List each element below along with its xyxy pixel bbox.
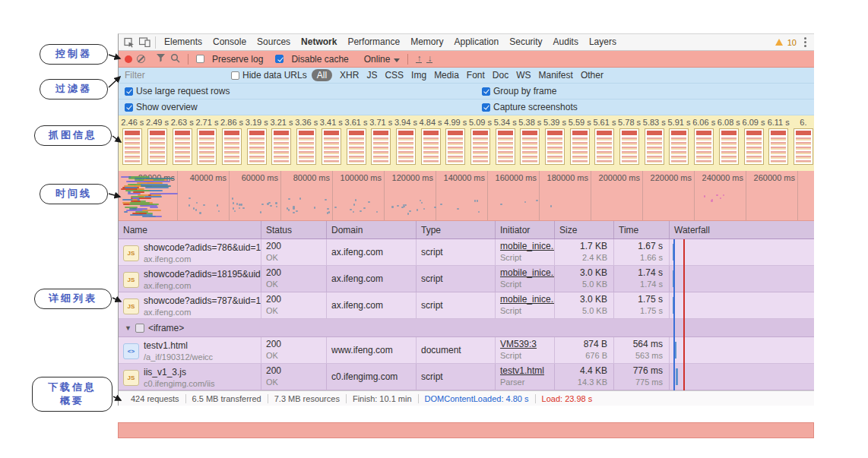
size-resource: 5.0 KB <box>559 305 607 316</box>
filmstrip-frame[interactable]: 3.41 s <box>319 117 344 171</box>
filmstrip-frame[interactable]: 5.39 s <box>543 117 568 171</box>
hide-data-urls-checkbox[interactable] <box>231 71 239 80</box>
use-large-request-rows-checkbox[interactable] <box>125 87 133 96</box>
hide-data-urls-label[interactable]: Hide data URLs <box>242 70 307 81</box>
capture-screenshots-checkbox[interactable] <box>482 103 490 112</box>
throttling-select[interactable]: Online <box>364 54 401 65</box>
overview-timeline[interactable]: 20000 ms40000 ms60000 ms80000 ms100000 m… <box>119 171 814 221</box>
table-row[interactable]: JSshowcode?adids=786&uid=1565...ax.ifeng… <box>119 239 814 266</box>
filmstrip-frame[interactable]: 4.99 s <box>443 117 468 171</box>
filmstrip-frame[interactable]: 6.06 s <box>692 117 717 171</box>
inspect-element-icon[interactable] <box>122 35 137 50</box>
initiator-link[interactable]: VM539:3 <box>500 339 554 350</box>
filter-pill-media[interactable]: Media <box>434 70 459 81</box>
filmstrip-frame[interactable]: 2.46 s <box>120 117 145 171</box>
clear-icon[interactable] <box>137 55 145 63</box>
show-overview-label[interactable]: Show overview <box>136 102 198 112</box>
filter-pill-all[interactable]: All <box>312 69 332 81</box>
filmstrip-frame[interactable]: 5.61 s <box>592 117 617 171</box>
tab-memory[interactable]: Memory <box>405 34 448 50</box>
import-har-icon[interactable]: ↑ <box>416 55 422 63</box>
export-har-icon[interactable]: ↓ <box>426 55 432 63</box>
column-header-waterfall[interactable]: Waterfall <box>670 221 814 238</box>
filmstrip-frame[interactable]: 3.94 s <box>394 117 419 171</box>
table-row[interactable]: JSiis_v1_3.jsc0.ifengimg.com/iis200OKc0.… <box>119 364 814 390</box>
filmstrip-frame[interactable]: 6.11 s <box>766 117 791 171</box>
filmstrip-frame[interactable]: 5.91 s <box>667 117 692 171</box>
warning-count[interactable]: 10 <box>787 38 797 47</box>
column-header-name[interactable]: Name <box>119 221 261 238</box>
tab-security[interactable]: Security <box>504 34 547 50</box>
preserve-log-checkbox[interactable] <box>196 55 204 63</box>
column-header-initiator[interactable]: Initiator <box>496 221 555 238</box>
filmstrip-frame[interactable]: 4.84 s <box>418 117 443 171</box>
filmstrip-frame[interactable]: 5.38 s <box>518 117 543 171</box>
filter-pill-other[interactable]: Other <box>581 70 603 81</box>
group-by-frame-label[interactable]: Group by frame <box>493 86 556 96</box>
tab-layers[interactable]: Layers <box>584 34 622 50</box>
filmstrip-frame[interactable]: 5.34 s <box>493 117 518 171</box>
filmstrip-frame[interactable]: 5.83 s <box>641 117 667 171</box>
devtools-menu-icon[interactable] <box>801 36 809 49</box>
tab-application[interactable]: Application <box>448 34 504 50</box>
filmstrip-frame[interactable]: 6.08 s <box>717 117 742 171</box>
filter-pill-ws[interactable]: WS <box>516 70 531 81</box>
filter-pill-css[interactable]: CSS <box>385 70 404 81</box>
filter-pill-font[interactable]: Font <box>467 70 485 81</box>
initiator-link[interactable]: mobile_inice... <box>500 267 554 279</box>
column-header-time[interactable]: Time <box>614 221 670 238</box>
filmstrip-frame[interactable]: 2.63 s <box>169 117 195 171</box>
group-by-frame-checkbox[interactable] <box>482 87 490 96</box>
filmstrip-frame[interactable]: 3.19 s <box>244 117 269 171</box>
filmstrip-frame[interactable]: 3.61 s <box>344 117 369 171</box>
tab-sources[interactable]: Sources <box>252 34 296 50</box>
capture-screenshots-label[interactable]: Capture screenshots <box>493 102 578 112</box>
filmstrip-frame[interactable]: 3.21 s <box>269 117 294 171</box>
column-header-domain[interactable]: Domain <box>327 221 417 238</box>
filmstrip-frame[interactable]: 2.86 s <box>220 117 245 171</box>
filmstrip-frame[interactable]: 5.78 s <box>617 117 642 171</box>
tab-performance[interactable]: Performance <box>342 34 405 50</box>
initiator-link[interactable]: testv1.html <box>500 365 554 377</box>
tab-network[interactable]: Network <box>296 34 342 50</box>
record-button[interactable] <box>125 55 132 63</box>
tab-elements[interactable]: Elements <box>159 34 207 50</box>
initiator-link[interactable]: mobile_inice... <box>500 241 554 252</box>
show-overview-checkbox[interactable] <box>125 103 133 112</box>
tab-console[interactable]: Console <box>207 34 252 50</box>
filter-pill-manifest[interactable]: Manifest <box>539 70 573 81</box>
filmstrip-frame[interactable]: 5.59 s <box>567 117 592 171</box>
filter-pill-img[interactable]: Img <box>411 70 426 81</box>
device-toolbar-icon[interactable] <box>137 35 152 50</box>
filmstrip-thumbnail <box>173 128 192 165</box>
disclosure-triangle-icon[interactable]: ▼ <box>125 324 131 332</box>
column-header-type[interactable]: Type <box>417 221 496 238</box>
filter-funnel-icon[interactable] <box>156 53 166 65</box>
tab-audits[interactable]: Audits <box>548 34 584 50</box>
table-row[interactable]: <>testv1.html/a_if/190312/weicc200OKwww.… <box>119 337 814 364</box>
filter-input[interactable]: Filter <box>125 70 231 81</box>
disable-cache-label[interactable]: Disable cache <box>291 54 348 65</box>
column-header-status[interactable]: Status <box>261 221 327 238</box>
warning-icon[interactable] <box>775 39 783 46</box>
column-header-size[interactable]: Size <box>555 221 614 238</box>
filter-pill-doc[interactable]: Doc <box>493 70 508 81</box>
use-large-request-rows-label[interactable]: Use large request rows <box>136 86 230 96</box>
table-row[interactable]: JSshowcode?adids=787&uid=1565...ax.ifeng… <box>119 292 814 319</box>
filmstrip-frame[interactable]: 6. <box>791 117 814 171</box>
table-row[interactable]: JSshowcode?adids=18195&uid=15...ax.ifeng… <box>119 266 814 292</box>
disable-cache-checkbox[interactable] <box>275 55 284 63</box>
frame-group-row[interactable]: ▼<iframe> <box>119 319 814 337</box>
filmstrip-frame[interactable]: 3.71 s <box>369 117 394 171</box>
filter-pill-js[interactable]: JS <box>366 70 377 81</box>
filmstrip-frame[interactable]: 2.49 s <box>145 117 170 171</box>
search-icon[interactable] <box>170 53 180 65</box>
filter-pill-xhr[interactable]: XHR <box>340 70 359 81</box>
status-text: OK <box>266 252 326 263</box>
filmstrip-frame[interactable]: 3.36 s <box>294 117 319 171</box>
filmstrip-frame[interactable]: 6.09 s <box>741 117 766 171</box>
initiator-link[interactable]: mobile_inice... <box>500 294 554 305</box>
filmstrip-frame[interactable]: 2.71 s <box>195 117 220 171</box>
filmstrip-frame[interactable]: 5.09 s <box>468 117 493 171</box>
preserve-log-label[interactable]: Preserve log <box>212 54 263 65</box>
